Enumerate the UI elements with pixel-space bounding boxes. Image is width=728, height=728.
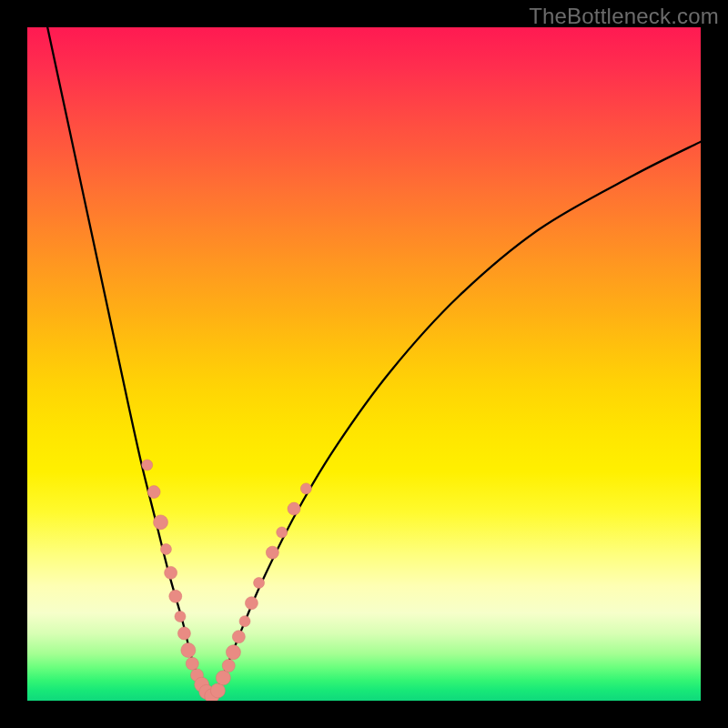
chart-frame: TheBottleneck.com	[0, 0, 728, 728]
chart-svg	[27, 27, 701, 701]
watermark-text: TheBottleneck.com	[529, 4, 719, 29]
data-point	[147, 486, 160, 499]
plot-area	[27, 27, 701, 701]
data-point	[165, 566, 177, 579]
data-point	[175, 612, 186, 622]
bottleneck-curve	[47, 27, 701, 697]
data-point	[216, 671, 230, 685]
data-point	[277, 527, 288, 538]
data-point	[210, 683, 225, 698]
data-point	[169, 590, 182, 602]
data-point	[288, 502, 300, 515]
data-point	[266, 546, 278, 559]
data-point	[222, 660, 235, 672]
data-point	[142, 460, 153, 470]
data-point	[226, 645, 240, 660]
data-point	[232, 631, 245, 643]
curve-layer	[47, 27, 701, 697]
data-point	[154, 515, 168, 530]
data-point	[245, 597, 258, 610]
data-point	[181, 643, 196, 658]
data-point	[160, 544, 171, 555]
data-point	[186, 657, 198, 670]
data-point	[177, 627, 190, 640]
dots-layer	[142, 460, 312, 701]
data-point	[300, 483, 311, 494]
data-point	[254, 578, 265, 589]
data-point	[239, 616, 250, 627]
